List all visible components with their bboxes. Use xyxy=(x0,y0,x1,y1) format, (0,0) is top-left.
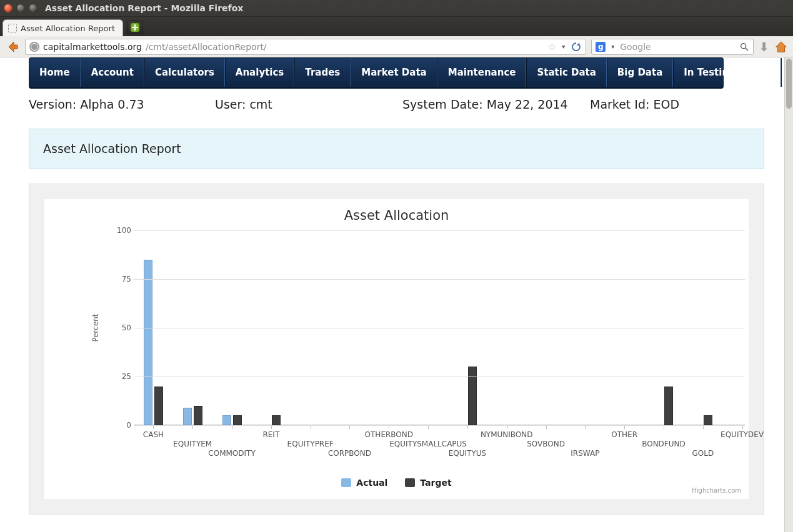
x-label-corpbond: CORPBOND xyxy=(328,449,371,458)
x-label-bondfund: BONDFUND xyxy=(642,440,686,448)
bar-target-reit[interactable] xyxy=(272,415,281,425)
home-icon[interactable] xyxy=(774,40,788,54)
chart-container: Asset Allocation Percent 0255075100 CASH… xyxy=(29,184,764,515)
y-tick-label: 75 xyxy=(104,275,131,283)
scrollbar-thumb[interactable] xyxy=(786,59,792,109)
info-version: Version: Alpha 0.73 xyxy=(29,97,215,111)
chart-legend: Actual Target xyxy=(44,478,749,488)
legend-swatch-target xyxy=(405,478,415,487)
x-label-otherbond: OTHERBOND xyxy=(365,430,413,439)
nav-item-market-data[interactable]: Market Data xyxy=(351,58,437,87)
bar-target-equityem[interactable] xyxy=(194,406,202,425)
bar-actual-commodity[interactable] xyxy=(222,415,231,425)
report-heading-panel: Asset Allocation Report xyxy=(29,129,764,169)
toolbar: capitalmarkettools.org/cmt/assetAllocati… xyxy=(0,36,793,57)
x-label-commodity: COMMODITY xyxy=(208,449,255,458)
nav-item-account[interactable]: Account xyxy=(81,58,144,87)
url-bar[interactable]: capitalmarkettools.org/cmt/assetAllocati… xyxy=(25,39,586,55)
grid-line xyxy=(134,425,745,426)
legend-label-target: Target xyxy=(420,478,451,488)
x-label-irswap: IRSWAP xyxy=(571,449,599,458)
info-user: User: cmt xyxy=(215,97,402,111)
google-icon: g xyxy=(596,42,606,52)
legend-item-actual[interactable]: Actual xyxy=(341,478,387,488)
bar-target-equityus[interactable] xyxy=(468,367,477,425)
downloads-icon[interactable]: ⬇ xyxy=(759,39,769,54)
window-minimize-button[interactable] xyxy=(16,4,25,12)
chart-credit: Highcharts.com xyxy=(692,487,741,494)
search-icon[interactable] xyxy=(739,42,749,52)
nav-item-trades[interactable]: Trades xyxy=(294,58,351,87)
bar-target-commodity[interactable] xyxy=(233,415,242,425)
bar-actual-equityem[interactable] xyxy=(183,408,192,425)
tab-favicon xyxy=(8,24,17,32)
info-system-date: System Date: May 22, 2014 xyxy=(402,97,590,111)
bar-target-bondfund[interactable] xyxy=(664,387,673,425)
grid-line xyxy=(134,377,745,377)
svg-point-0 xyxy=(741,43,746,48)
nav-item-static-data[interactable]: Static Data xyxy=(526,58,606,87)
bar-target-gold[interactable] xyxy=(704,415,712,425)
new-tab-button[interactable] xyxy=(127,21,143,34)
report-heading: Asset Allocation Report xyxy=(43,142,181,155)
legend-swatch-actual xyxy=(341,478,351,487)
grid-line xyxy=(134,279,745,280)
x-label-nymunibond: NYMUNIBOND xyxy=(481,430,533,439)
nav-item-maintenance[interactable]: Maintenance xyxy=(437,58,527,87)
reload-icon[interactable] xyxy=(571,41,582,52)
chart-title: Asset Allocation xyxy=(52,208,741,223)
y-axis-label: Percent xyxy=(91,313,100,342)
nav-item-calculators[interactable]: Calculators xyxy=(144,58,225,87)
x-label-gold: GOLD xyxy=(692,449,714,458)
back-button[interactable] xyxy=(5,39,20,54)
bookmark-star-icon[interactable]: ☆ xyxy=(548,41,556,52)
bar-actual-cash[interactable] xyxy=(144,260,152,425)
window-close-button[interactable] xyxy=(4,4,12,12)
tab-title: Asset Allocation Report xyxy=(21,24,115,33)
plus-icon xyxy=(131,23,139,32)
x-label-equitysmallcapus: EQUITYSMALLCAPUS xyxy=(389,440,467,448)
search-bar[interactable]: g ▾ Google xyxy=(591,39,754,55)
bar-target-cash[interactable] xyxy=(154,387,163,425)
x-label-reit: REIT xyxy=(262,430,279,439)
nav-item-analytics[interactable]: Analytics xyxy=(225,58,294,87)
window-title: Asset Allocation Report - Mozilla Firefo… xyxy=(45,3,243,13)
grid-line xyxy=(134,328,745,328)
nav-item-in-testing-phase[interactable]: In Testing Phase xyxy=(673,58,781,87)
browser-tab[interactable]: Asset Allocation Report xyxy=(2,19,123,36)
x-label-equityem: EQUITYEM xyxy=(173,440,212,448)
globe-icon xyxy=(29,42,39,52)
plot-area: Percent 0255075100 xyxy=(104,230,745,425)
x-label-cash: CASH xyxy=(143,430,164,439)
url-path: /cmt/assetAllocationReport/ xyxy=(146,42,267,52)
chart: Asset Allocation Percent 0255075100 CASH… xyxy=(44,199,749,499)
nav-item-big-data[interactable]: Big Data xyxy=(607,58,673,87)
tab-strip: Asset Allocation Report xyxy=(0,17,793,36)
url-domain: capitalmarkettools.org xyxy=(43,42,142,52)
x-label-equityus: EQUITYUS xyxy=(449,449,486,458)
grid-line xyxy=(134,230,745,231)
x-label-equitypref: EQUITYPREF xyxy=(287,440,334,448)
x-axis-labels: CASHEQUITYEMCOMMODITYREITEQUITYPREFCORPB… xyxy=(134,430,745,468)
nav-item-home[interactable]: Home xyxy=(29,58,81,87)
window-maximize-button[interactable] xyxy=(29,4,37,12)
main-nav: HomeAccountCalculatorsAnalyticsTradesMar… xyxy=(29,57,724,89)
y-tick-label: 25 xyxy=(104,372,131,381)
back-arrow-icon xyxy=(5,39,20,54)
y-tick-label: 100 xyxy=(104,226,131,235)
info-market-id: Market Id: EOD xyxy=(590,97,679,111)
y-tick-label: 0 xyxy=(104,421,131,430)
svg-line-1 xyxy=(746,48,748,51)
url-dropdown-icon[interactable]: ▾ xyxy=(562,43,565,50)
y-tick-label: 50 xyxy=(104,323,131,332)
legend-label-actual: Actual xyxy=(356,478,387,488)
window-titlebar: Asset Allocation Report - Mozilla Firefo… xyxy=(0,0,793,17)
search-placeholder: Google xyxy=(620,42,651,52)
x-label-sovbond: SOVBOND xyxy=(527,440,565,448)
info-row: Version: Alpha 0.73 User: cmt System Dat… xyxy=(29,97,764,111)
search-engine-dropdown-icon[interactable]: ▾ xyxy=(611,43,614,50)
x-label-other: OTHER xyxy=(611,430,637,439)
x-label-equitydev: EQUITYDEV xyxy=(721,430,764,439)
legend-item-target[interactable]: Target xyxy=(405,478,451,488)
vertical-scrollbar[interactable] xyxy=(784,57,793,532)
